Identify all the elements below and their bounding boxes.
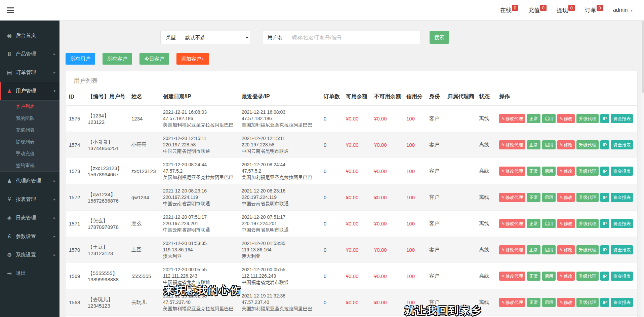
scrollbar-thumb[interactable] <box>642 21 644 93</box>
stat-label: 充值 <box>528 7 540 13</box>
cell-code: 【qw1234】 15672636876 <box>85 184 129 211</box>
op-button-启用[interactable]: 启用 <box>542 193 556 202</box>
op-button-资金报表[interactable]: 资金报表 <box>611 272 633 281</box>
op-button-启用[interactable]: 启用 <box>542 167 556 176</box>
sidebar-item-用户管理[interactable]: ♟ 用户管理 ▾ <box>0 82 59 100</box>
sidebar-item-退出[interactable]: ⇥ 退出 <box>0 264 59 283</box>
op-button-IP[interactable]: IP <box>600 245 609 254</box>
op-button-资金报表[interactable]: 资金报表 <box>611 114 633 123</box>
topbar-stat-充值[interactable]: 充值0 <box>528 6 547 14</box>
user-account: 13744856251 <box>88 145 126 151</box>
op-button-修改代理[interactable]: ✎修改代理 <box>499 193 525 202</box>
op-button-IP[interactable]: IP <box>600 193 609 202</box>
op-button-启用[interactable]: 启用 <box>542 272 556 281</box>
op-button-资金报表[interactable]: 资金报表 <box>611 245 633 254</box>
op-button-正常[interactable]: 正常 <box>527 167 540 176</box>
op-button-启用[interactable]: 启用 <box>542 245 556 254</box>
op-button-正常[interactable]: 正常 <box>527 272 540 281</box>
type-select[interactable]: 默认不选 <box>181 31 250 44</box>
op-button-修改[interactable]: ✎修改 <box>557 193 575 202</box>
op-button-修改[interactable]: ✎修改 <box>557 167 575 176</box>
sidebar-subitem-客户列表[interactable]: 客户列表 <box>0 101 59 112</box>
cell-credit-score: 100 <box>404 106 427 132</box>
sidebar-item-产品管理[interactable]: Ƀ 产品管理 ▸ <box>0 45 59 63</box>
op-button-IP[interactable]: IP <box>600 167 609 176</box>
action-button-所有用户[interactable]: 所有用户 <box>66 53 95 65</box>
login-datetime: 2021-12-20 08:23:16 <box>242 188 318 194</box>
cell-unavailable-balance: ¥0.00 <box>371 316 404 317</box>
sidebar-item-代理商管理[interactable]: ♟ 代理商管理 ▸ <box>0 172 59 190</box>
topbar-stat-订单[interactable]: 订单0 <box>585 6 603 14</box>
op-button-启用[interactable]: 启用 <box>542 140 556 149</box>
op-button-资金报表[interactable]: 资金报表 <box>611 298 633 307</box>
op-button-修改代理[interactable]: ✎修改代理 <box>499 245 525 254</box>
cell-name: zxc123123 <box>129 158 160 184</box>
search-button[interactable]: 搜索 <box>430 31 449 44</box>
cell-operations: ✎修改代理正常启用✎修改升级代理IP资金报表 <box>496 158 637 184</box>
op-button-IP[interactable]: IP <box>600 272 609 281</box>
cell-operations: ✎修改代理正常启用✎修改升级代理IP资金报表 <box>496 211 637 237</box>
op-button-升级代理[interactable]: 升级代理 <box>576 193 599 202</box>
op-button-升级代理[interactable]: 升级代理 <box>576 140 599 149</box>
op-button-升级代理[interactable]: 升级代理 <box>576 245 599 254</box>
sidebar-subitem-签约审核[interactable]: 签约审核 <box>0 160 59 171</box>
op-button-修改代理[interactable]: ✎修改代理 <box>499 114 525 123</box>
op-button-IP[interactable]: IP <box>600 114 609 123</box>
sidebar-item-参数设置[interactable]: £ 参数设置 ▸ <box>0 227 59 246</box>
sidebar-item-系统设置[interactable]: ⚙ 系统设置 ▸ <box>0 246 59 264</box>
sidebar-subitem-手动充值[interactable]: 手动充值 <box>0 148 59 160</box>
op-button-启用[interactable]: 启用 <box>542 114 556 123</box>
op-button-资金报表[interactable]: 资金报表 <box>611 140 633 149</box>
op-button-启用[interactable]: 启用 <box>542 298 556 307</box>
sidebar-item-后台首页[interactable]: ◉ 后台首页 <box>0 26 59 45</box>
op-button-正常[interactable]: 正常 <box>527 219 540 228</box>
op-button-正常[interactable]: 正常 <box>527 114 540 123</box>
op-button-升级代理[interactable]: 升级代理 <box>576 167 599 176</box>
op-button-资金报表[interactable]: 资金报表 <box>611 167 633 176</box>
op-button-修改代理[interactable]: ✎修改代理 <box>499 298 525 307</box>
op-button-修改[interactable]: ✎修改 <box>557 298 575 307</box>
action-button-添加客户+[interactable]: 添加客户+ <box>176 53 209 65</box>
op-button-修改代理[interactable]: ✎修改代理 <box>499 167 525 176</box>
admin-user-menu[interactable]: admin ▾ <box>613 7 633 13</box>
sidebar-item-订单管理[interactable]: ▤ 订单管理 ▸ <box>0 63 59 82</box>
op-button-升级代理[interactable]: 升级代理 <box>576 272 599 281</box>
op-button-修改代理[interactable]: ✎修改代理 <box>499 272 525 281</box>
op-button-升级代理[interactable]: 升级代理 <box>576 114 599 123</box>
op-button-修改[interactable]: ✎修改 <box>557 272 575 281</box>
sidebar-subitem-提现列表[interactable]: 提现列表 <box>0 136 59 148</box>
action-button-今日客户[interactable]: 今日客户 <box>139 53 169 65</box>
vertical-scrollbar[interactable] <box>641 21 644 317</box>
hamburger-menu-icon[interactable] <box>7 6 14 14</box>
op-button-资金报表[interactable]: 资金报表 <box>611 219 633 228</box>
username-input[interactable] <box>288 31 421 44</box>
cell-available-balance: ¥0.00 <box>343 184 371 211</box>
op-button-正常[interactable]: 正常 <box>527 298 540 307</box>
op-button-修改代理[interactable]: ✎修改代理 <box>499 219 525 228</box>
op-button-修改[interactable]: ✎修改 <box>557 140 575 149</box>
created-location: 澳大利亚 <box>163 253 236 259</box>
op-button-资金报表[interactable]: 资金报表 <box>611 193 633 202</box>
op-button-修改[interactable]: ✎修改 <box>557 245 575 254</box>
op-button-升级代理[interactable]: 升级代理 <box>576 298 599 307</box>
sidebar-subitem-我的团队[interactable]: 我的团队 <box>0 112 59 124</box>
op-button-正常[interactable]: 正常 <box>527 193 540 202</box>
cell-status: 离线 <box>476 211 496 237</box>
op-button-正常[interactable]: 正常 <box>527 140 540 149</box>
op-button-修改代理[interactable]: ✎修改代理 <box>499 140 525 149</box>
op-button-IP[interactable]: IP <box>600 140 609 149</box>
topbar-stat-提现[interactable]: 提现0 <box>557 6 575 14</box>
sidebar-subitem-充值列表[interactable]: 充值列表 <box>0 124 59 136</box>
topbar-stat-在线[interactable]: 在线0 <box>500 6 518 14</box>
op-button-IP[interactable]: IP <box>600 219 609 228</box>
sidebar-item-报表管理[interactable]: ¥ 报表管理 ▸ <box>0 190 59 209</box>
op-button-修改[interactable]: ✎修改 <box>557 219 575 228</box>
op-button-升级代理[interactable]: 升级代理 <box>576 219 599 228</box>
sidebar-item-日志管理[interactable]: ◈ 日志管理 ▸ <box>0 209 59 227</box>
op-button-正常[interactable]: 正常 <box>527 245 540 254</box>
table-row: 1569 【5555555】 13899998888 5555555 2021-… <box>66 263 637 289</box>
action-button-所有客户[interactable]: 所有客户 <box>103 53 132 65</box>
op-button-启用[interactable]: 启用 <box>542 219 556 228</box>
op-button-IP[interactable]: IP <box>600 298 609 307</box>
op-button-修改[interactable]: ✎修改 <box>557 114 575 123</box>
